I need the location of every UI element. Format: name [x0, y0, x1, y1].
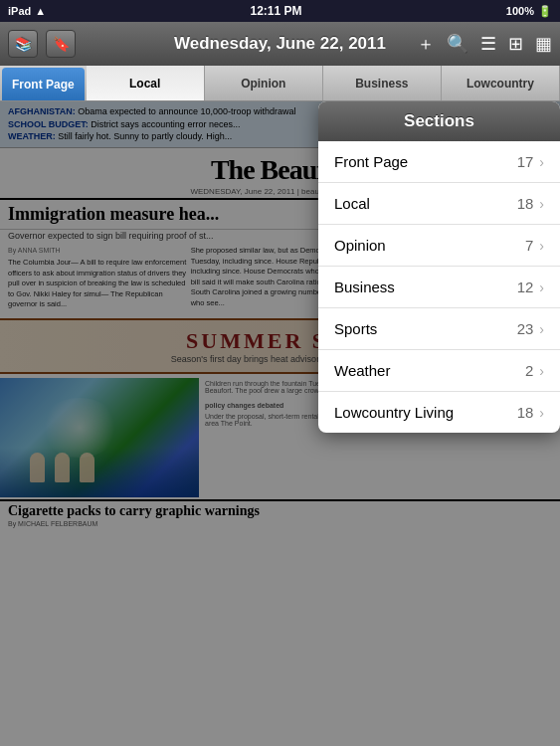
- wifi-icon: ▲: [35, 5, 46, 17]
- section-count: 18: [517, 195, 534, 212]
- section-row-sports[interactable]: Sports 23 ›: [318, 308, 560, 350]
- sections-header: Sections: [318, 101, 560, 141]
- section-label: Local: [334, 195, 370, 212]
- chevron-right-icon: ›: [539, 196, 544, 212]
- list-icon[interactable]: ☰: [480, 33, 496, 55]
- chevron-right-icon: ›: [539, 321, 544, 337]
- status-bar: iPad ▲ 12:11 PM 100% 🔋: [0, 0, 560, 22]
- sections-popover: Sections Front Page 17 › Local 18 › Opin…: [318, 101, 560, 433]
- section-right: 17 ›: [517, 153, 544, 170]
- tab-bar: Front Page Local Opinion Business Lowcou…: [0, 66, 560, 101]
- section-count: 12: [517, 279, 534, 295]
- battery-label: 100%: [506, 5, 534, 17]
- section-row-lowcountry-living[interactable]: Lowcountry Living 18 ›: [318, 392, 560, 433]
- chevron-right-icon: ›: [539, 405, 544, 421]
- nav-right-icons: ＋ 🔍 ☰ ⊞ ▦: [417, 32, 552, 56]
- section-right: 2 ›: [525, 362, 544, 379]
- section-right: 23 ›: [517, 320, 544, 337]
- tab-local[interactable]: Local: [87, 66, 205, 100]
- search-icon[interactable]: 🔍: [447, 33, 468, 55]
- section-count: 7: [525, 237, 533, 254]
- status-time: 12:11 PM: [250, 4, 301, 18]
- section-right: 18 ›: [517, 195, 544, 212]
- tab-opinion[interactable]: Opinion: [205, 66, 323, 100]
- section-right: 12 ›: [517, 279, 544, 295]
- plus-icon[interactable]: ＋: [417, 32, 435, 56]
- section-label: Business: [334, 279, 395, 295]
- status-left: iPad ▲: [8, 5, 46, 17]
- section-count: 2: [525, 362, 533, 379]
- section-row-business[interactable]: Business 12 ›: [318, 267, 560, 308]
- back-icon[interactable]: 📚: [8, 30, 38, 58]
- section-row-local[interactable]: Local 18 ›: [318, 183, 560, 225]
- chevron-right-icon: ›: [539, 238, 544, 254]
- section-label: Front Page: [334, 153, 408, 170]
- chevron-right-icon: ›: [539, 280, 544, 295]
- section-right: 18 ›: [517, 404, 544, 421]
- grid-icon[interactable]: ⊞: [508, 33, 523, 55]
- section-right: 7 ›: [525, 237, 544, 254]
- section-label: Opinion: [334, 237, 386, 254]
- section-count: 23: [517, 320, 534, 337]
- section-row-opinion[interactable]: Opinion 7 ›: [318, 225, 560, 267]
- battery-icon: 🔋: [538, 5, 552, 18]
- section-label: Lowcountry Living: [334, 404, 454, 421]
- section-row-weather[interactable]: Weather 2 ›: [318, 350, 560, 392]
- nav-left-icons: 📚 🔖: [8, 30, 76, 58]
- section-count: 17: [517, 153, 534, 170]
- section-row-front-page[interactable]: Front Page 17 ›: [318, 141, 560, 183]
- tab-front-page[interactable]: Front Page: [2, 68, 85, 100]
- main-content: AFGHANISTAN: Obama expected to announce …: [0, 101, 560, 746]
- carrier-label: iPad: [8, 5, 31, 17]
- bookmark-icon[interactable]: 🔖: [46, 30, 76, 58]
- tab-lowcountry[interactable]: Lowcountry: [442, 66, 560, 100]
- chevron-right-icon: ›: [539, 154, 544, 170]
- sections-title: Sections: [404, 111, 474, 130]
- status-right: 100% 🔋: [506, 5, 552, 18]
- section-label: Weather: [334, 362, 390, 379]
- nav-bar: 📚 🔖 Wednesday, June 22, 2011 ＋ 🔍 ☰ ⊞ ▦: [0, 22, 560, 66]
- chevron-right-icon: ›: [539, 363, 544, 379]
- nav-title: Wednesday, June 22, 2011: [174, 34, 386, 54]
- sections-list: Front Page 17 › Local 18 › Opinion 7 › B…: [318, 141, 560, 433]
- section-count: 18: [517, 404, 534, 421]
- tab-business[interactable]: Business: [323, 66, 442, 100]
- section-label: Sports: [334, 320, 377, 337]
- columns-icon[interactable]: ▦: [535, 33, 552, 55]
